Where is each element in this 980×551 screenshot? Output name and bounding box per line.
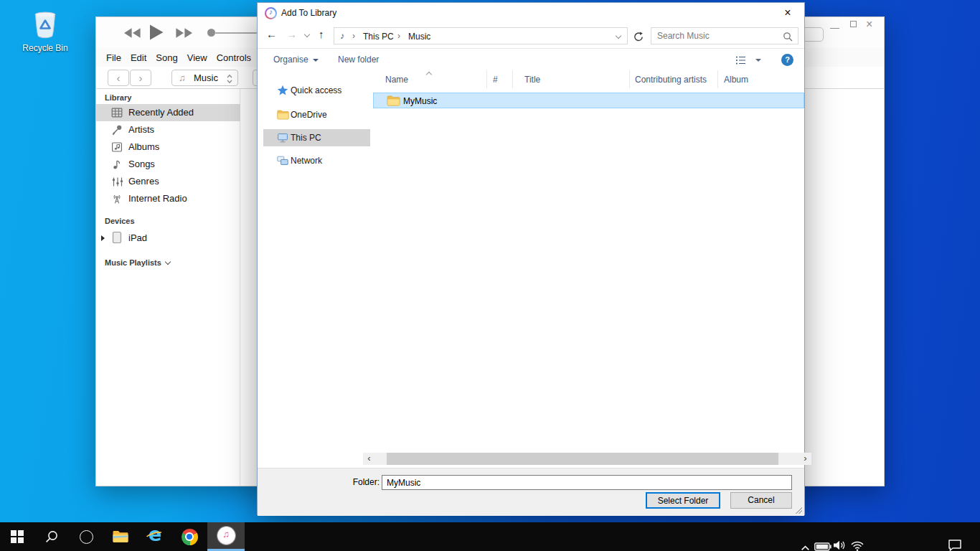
rewind-icon[interactable] bbox=[123, 27, 141, 39]
view-mode-icon[interactable] bbox=[735, 55, 747, 65]
refresh-icon[interactable] bbox=[633, 31, 644, 42]
new-folder-button[interactable]: New folder bbox=[338, 55, 379, 65]
column-header-number[interactable]: # bbox=[487, 70, 513, 88]
sidebar-item-this-pc[interactable]: This PC bbox=[263, 129, 370, 146]
music-playlists-header[interactable]: Music Playlists bbox=[105, 258, 170, 267]
volume-slider-track[interactable] bbox=[215, 32, 257, 34]
internet-explorer-button[interactable]: e bbox=[138, 522, 172, 551]
itunes-forward-button[interactable]: › bbox=[130, 70, 151, 86]
recent-locations-chevron-icon[interactable] bbox=[304, 32, 310, 37]
play-icon[interactable] bbox=[149, 24, 164, 41]
organise-menu-button[interactable]: Organise bbox=[273, 55, 319, 65]
dialog-titlebar[interactable]: ♪ Add To Library × bbox=[258, 3, 804, 24]
cancel-button[interactable]: Cancel bbox=[730, 492, 792, 509]
column-header-title[interactable]: Title bbox=[513, 70, 630, 88]
menu-controls[interactable]: Controls bbox=[217, 52, 251, 63]
breadcrumb-this-pc[interactable]: This PC bbox=[363, 32, 394, 42]
volume-icon[interactable] bbox=[832, 531, 847, 551]
file-name: MyMusic bbox=[403, 96, 437, 106]
menu-edit[interactable]: Edit bbox=[131, 52, 146, 63]
sidebar-item-network[interactable]: Network bbox=[263, 152, 370, 169]
sidebar-item-ipad[interactable]: iPad bbox=[96, 230, 240, 247]
breadcrumb-music[interactable]: Music bbox=[408, 32, 430, 42]
sidebar-item-genres[interactable]: Genres bbox=[96, 173, 240, 190]
fast-forward-icon[interactable] bbox=[175, 27, 194, 39]
chevron-down-icon bbox=[313, 59, 319, 62]
select-folder-button[interactable]: Select Folder bbox=[646, 492, 720, 509]
sidebar-item-onedrive[interactable]: OneDrive bbox=[263, 106, 370, 123]
chevron-down-icon bbox=[165, 259, 171, 265]
forward-button[interactable]: → bbox=[286, 28, 297, 40]
address-bar[interactable]: ♪ › This PC › Music bbox=[334, 27, 628, 44]
search-input[interactable] bbox=[651, 28, 798, 44]
help-button[interactable]: ? bbox=[781, 54, 793, 66]
scroll-right-arrow[interactable]: › bbox=[799, 453, 811, 465]
minimize-button[interactable] bbox=[830, 28, 839, 29]
note-icon bbox=[110, 158, 123, 171]
cortana-button[interactable] bbox=[69, 522, 103, 551]
column-header-contributing-artists[interactable]: Contributing artists bbox=[630, 70, 718, 88]
add-to-library-dialog: ♪ Add To Library × ← → ↑ ♪ › This PC › M… bbox=[257, 2, 805, 515]
scroll-left-arrow[interactable]: ‹ bbox=[363, 453, 375, 465]
chrome-icon bbox=[182, 529, 198, 545]
tablet-icon bbox=[112, 231, 122, 244]
media-kind-selector[interactable]: ♫ Music bbox=[171, 70, 238, 86]
sidebar-item-label: Network bbox=[291, 156, 322, 166]
menu-file[interactable]: File bbox=[106, 52, 121, 63]
recycle-bin-desktop-icon[interactable]: Recycle Bin bbox=[21, 6, 70, 53]
resize-grip[interactable] bbox=[795, 507, 802, 514]
back-button[interactable]: ← bbox=[266, 28, 277, 40]
microphone-icon bbox=[110, 123, 123, 136]
search-icon bbox=[44, 529, 59, 544]
sidebar-item-artists[interactable]: Artists bbox=[96, 121, 240, 138]
sidebar-item-internet-radio[interactable]: Internet Radio bbox=[96, 190, 240, 207]
sidebar-item-label: Recently Added bbox=[128, 107, 194, 118]
file-explorer-button[interactable] bbox=[103, 522, 138, 551]
volume-slider-knob[interactable] bbox=[207, 29, 215, 37]
internet-explorer-icon: e bbox=[146, 527, 164, 546]
taskbar-search-button[interactable] bbox=[34, 522, 69, 551]
sidebar-item-label: Songs bbox=[128, 159, 155, 169]
address-dropdown-chevron-icon[interactable] bbox=[616, 33, 621, 39]
folder-name-input[interactable] bbox=[382, 475, 792, 490]
recycle-bin-icon bbox=[29, 6, 62, 40]
network-icon bbox=[277, 155, 288, 166]
dialog-footer: Folder: Select Folder Cancel bbox=[258, 468, 804, 516]
scrollbar-thumb[interactable] bbox=[387, 453, 778, 465]
file-row-mymusic[interactable]: MyMusic bbox=[373, 93, 804, 108]
up-button[interactable]: ↑ bbox=[319, 28, 324, 40]
itunes-back-button[interactable]: ‹ bbox=[108, 70, 129, 86]
sidebar-item-label: iPad bbox=[128, 232, 147, 243]
windows-logo-icon bbox=[11, 530, 24, 543]
horizontal-scrollbar[interactable]: ‹ › bbox=[375, 453, 799, 465]
sidebar-item-label: Albums bbox=[128, 141, 159, 152]
expand-chevron-icon[interactable] bbox=[101, 235, 105, 241]
sidebar-item-albums[interactable]: Albums bbox=[96, 138, 240, 156]
sidebar-item-songs[interactable]: Songs bbox=[96, 156, 240, 173]
sidebar-item-quick-access[interactable]: Quick access bbox=[263, 82, 370, 99]
sidebar-item-label: Genres bbox=[128, 176, 159, 187]
sidebar-item-recently-added[interactable]: Recently Added bbox=[96, 104, 240, 121]
battery-icon[interactable] bbox=[814, 532, 831, 551]
show-hidden-icons-chevron[interactable] bbox=[801, 534, 810, 551]
dialog-close-button[interactable]: × bbox=[780, 5, 796, 21]
cortana-icon bbox=[80, 530, 93, 544]
itunes-close-button[interactable]: × bbox=[866, 17, 872, 32]
folder-icon bbox=[387, 95, 400, 106]
menu-song[interactable]: Song bbox=[156, 52, 177, 63]
itunes-taskbar-button[interactable]: ♫ bbox=[207, 522, 245, 551]
chrome-button[interactable] bbox=[172, 522, 207, 551]
maximize-button[interactable] bbox=[850, 21, 857, 27]
sidebar-item-label: Internet Radio bbox=[128, 193, 187, 204]
action-center-icon[interactable] bbox=[948, 531, 962, 551]
itunes-sidebar: Library Recently Added Artists Albums So… bbox=[96, 89, 240, 486]
broadcast-tower-icon bbox=[110, 192, 123, 205]
column-headers: Name # Title Contributing artists Album bbox=[372, 70, 806, 88]
folder-label: Folder: bbox=[344, 475, 380, 490]
wifi-icon[interactable] bbox=[850, 532, 864, 551]
menu-view[interactable]: View bbox=[187, 52, 207, 63]
start-button[interactable] bbox=[0, 522, 34, 551]
dialog-title: Add To Library bbox=[281, 3, 336, 24]
column-header-album[interactable]: Album bbox=[718, 70, 806, 88]
view-mode-chevron-icon[interactable] bbox=[755, 59, 761, 62]
